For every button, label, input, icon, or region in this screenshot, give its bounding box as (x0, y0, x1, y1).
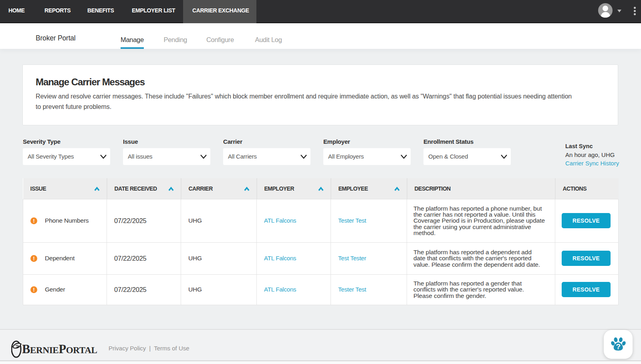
svg-text:?: ? (616, 342, 621, 351)
svg-text:BERNIEPORTAL: BERNIEPORTAL (22, 342, 97, 356)
